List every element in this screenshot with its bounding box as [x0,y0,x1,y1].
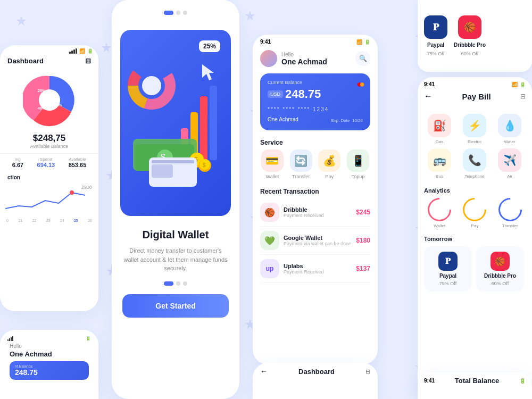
analytics-transfer[interactable]: Transfer [495,198,526,228]
signal-icon: 📶 [356,39,362,45]
pagination-dots [122,11,229,15]
user-name: One Achmad [281,57,327,66]
bill-water[interactable]: 💧 Water [494,114,525,144]
transaction-list: 🏀 Dribbble Payment Received $245 💚 Googl… [253,198,378,283]
avatar [260,50,277,67]
svg-point-8 [142,76,161,95]
search-button[interactable]: 🔍 [355,51,370,66]
balance-section: $248,75 Available Balance [0,131,98,153]
bill-category-label [418,106,532,114]
mini-balance: nt Balance 248.75 [10,361,89,380]
status-icons: 📶 🔋 [356,39,370,45]
bill-gas[interactable]: ⛽ Gas [424,114,455,144]
filter-icon-bottom[interactable]: ⊟ [365,368,370,375]
uplabs-icon: up [260,259,279,278]
status-bar: 📶 🔋 [0,45,98,55]
google-icon: 💚 [260,231,279,250]
paypal-logo: 𝐏 [424,15,447,39]
transfer-service-icon: 🔄 [290,149,312,172]
paypal-name: Paypal [427,42,444,48]
tomorrow-dribbble-name: Dribbble Pro [484,273,516,279]
txn-google-sub: Payment via wallet can be done [284,241,351,246]
analytics-wallet[interactable]: Wallet [424,198,455,228]
analytics-transfer-circle [494,193,527,226]
signal-bars-bottom [7,336,13,341]
tomorrow-paypal[interactable]: 𝐏 Paypal 75% Off [424,246,472,292]
signal-bars [69,48,77,54]
home-card: 9:41 📶 🔋 Hello One Achmad 🔍 Current Bala… [253,35,378,364]
get-started-button[interactable]: Get Started [122,294,229,318]
filter-icon[interactable]: ⊟ [85,57,91,65]
paybill-filter-icon[interactable]: ⊟ [520,93,526,100]
wallet-card: 25% $ $ $ [112,0,239,399]
analytics-grid: Wallet Pay Transfer [424,198,526,228]
stat-spending: ing 6.67 [12,157,23,168]
paybill-header: ← Pay Bill ⊟ [418,89,532,106]
bill-grid: ⛽ Gas ⚡ Electric 💧 Water 🚌 Bus 📞 Telepho… [418,114,532,184]
txn-dribbble-sub: Payment Received [284,213,324,218]
paypal-discount: 75% Off [427,51,444,56]
svg-rect-24 [152,164,173,178]
recent-transaction-label: Recent Transaction [253,184,378,198]
svg-rect-12 [210,86,217,160]
back-button[interactable]: ← [424,92,433,101]
wallet-top [112,0,239,30]
txn-dribbble-info: Dribbble Payment Received [284,206,324,218]
telephone-label: Telephone [465,174,485,179]
chart-area: 2930 0212223242526 [0,181,98,224]
txn-uplabs-info: Uplabs Payment Received [284,263,324,275]
bill-air[interactable]: ✈️ Air [494,148,525,179]
dot-2 [183,11,187,15]
stat-spend: Spend 694.13 [37,157,55,168]
top-card-paypal[interactable]: 𝐏 Paypal 75% Off [424,15,447,56]
spending-label: ing [12,157,23,162]
electric-icon: ⚡ [463,114,486,137]
service-pay[interactable]: 💰 Pay [318,149,340,179]
analytics-pay[interactable]: Pay [459,198,490,228]
txn-google[interactable]: 💚 Google Wallet Payment via wallet can b… [260,227,370,255]
dribbble-icon: 🏀 [260,203,279,222]
bill-telephone[interactable]: 📞 Telephone [459,148,490,179]
percent-badge: 25% [199,40,220,52]
back-icon-bottom[interactable]: ← [260,367,268,376]
txn-uplabs-sub: Payment Received [284,269,324,275]
bill-electric[interactable]: ⚡ Electric [459,114,490,144]
dashboard-card: 📶 🔋 Dashboard ⊟ 28% 40% 28% $248,75 Avai… [0,45,98,311]
tomorrow-paypal-name: Paypal [439,273,456,279]
wifi-icon: 🔋 [364,39,370,45]
tomorrow-cards: 𝐏 Paypal 75% Off 🏀 Dribbble Pro 60% Off [424,246,526,292]
bill-bus[interactable]: 🚌 Bus [424,148,455,179]
svg-marker-26 [202,64,214,80]
tomorrow-paypal-logo: 𝐏 [438,252,458,271]
service-wallet[interactable]: 💳 Wallet [261,149,284,179]
signal-icon: 📶 [512,82,518,87]
total-balance-label: Total Balance [455,377,500,385]
pagination-dots-2 [122,281,229,286]
txn-google-left: 💚 Google Wallet Payment via wallet can b… [260,231,351,250]
water-icon: 💧 [498,114,521,137]
service-topup[interactable]: 📱 Topup [347,149,369,179]
balance-card: Current Balance ●● USD 248.75 **** **** … [260,73,370,130]
balance-card-label: Current Balance [268,80,363,85]
hello-bottom: Hello [5,342,93,350]
analytics-section: Analytics Wallet Pay Transfer [418,184,532,232]
bus-label: Bus [436,174,443,179]
top-strip-card: 𝐏 Paypal 75% Off 🏀 Dribbble Pro 60% Off [418,0,532,72]
paybill-title: Pay Bill [462,92,491,101]
tomorrow-dribbble[interactable]: 🏀 Dribbble Pro 60% Off [476,246,524,292]
dribbble-discount: 60% Off [461,51,478,56]
transfer-service-name: Transfer [292,174,310,179]
tomorrow-title: Tomorrow [424,236,526,242]
txn-google-info: Google Wallet Payment via wallet can be … [284,235,351,246]
txn-uplabs[interactable]: up Uplabs Payment Received $137 [260,255,370,283]
exp-date: 10/28 [352,118,363,123]
dot2-1 [176,281,180,286]
top-card-dribbble[interactable]: 🏀 Dribbble Pro 60% Off [454,15,486,56]
txn-dribbble[interactable]: 🏀 Dribbble Payment Received $245 [260,198,370,227]
wallet-service-name: Wallet [266,174,279,179]
battery-icon: 🔋 [87,48,93,54]
service-transfer[interactable]: 🔄 Transfer [290,149,312,179]
balance-row: USD 248.75 [268,87,363,101]
txn-uplabs-name: Uplabs [284,263,324,269]
greeting-row: Hello One Achmad 🔍 [253,47,378,69]
